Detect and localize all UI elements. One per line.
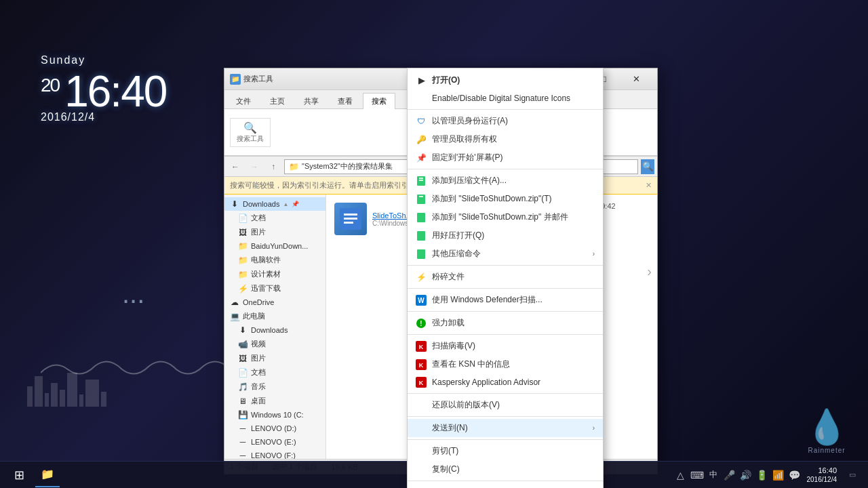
clock-hours-minutes: 16:40: [64, 66, 166, 117]
close-button[interactable]: ✕: [620, 70, 652, 89]
sidebar-item-software[interactable]: 📁 电脑软件: [224, 253, 326, 267]
sidebar-item-downloads-top[interactable]: ⬇ Downloads ▲ 📌: [224, 197, 326, 211]
menu-item-ksn-info[interactable]: K 查看在 KSN 中的信息: [408, 355, 603, 373]
tray-ime-icon[interactable]: 中: [707, 468, 720, 482]
tab-search[interactable]: 搜索: [363, 93, 395, 109]
svg-rect-3: [344, 222, 353, 224]
sidebar-item-design[interactable]: 📁 设计素材: [224, 267, 326, 281]
menu-item-other-compress[interactable]: 其他压缩命令 ›: [408, 245, 603, 263]
back-button[interactable]: ←: [227, 159, 243, 175]
images-icon: 🖼: [238, 354, 248, 363]
tab-view[interactable]: 查看: [329, 93, 361, 109]
show-desktop-button[interactable]: ▭: [842, 465, 863, 485]
menu-copy-label: 复制(C): [432, 464, 460, 475]
menu-item-defender[interactable]: W 使用 Windows Defender扫描...: [408, 291, 603, 309]
pictures-icon: 🖼: [238, 228, 248, 237]
tray-wifi-icon[interactable]: 📶: [772, 468, 785, 482]
svg-rect-1: [344, 214, 357, 216]
tray-notification-icon[interactable]: 💬: [788, 468, 802, 482]
tab-share[interactable]: 共享: [295, 93, 328, 109]
scroll-right-button[interactable]: ›: [647, 264, 652, 279]
sidebar-thunder-label: 迅雷下载: [251, 283, 281, 293]
tray-keyboard-icon[interactable]: ⌨: [690, 468, 704, 482]
sidebar-item-desktop[interactable]: 🖥 桌面: [224, 394, 326, 408]
up-button[interactable]: ↑: [265, 159, 281, 175]
sidebar-videos-label: 视频: [251, 339, 266, 349]
menu-separator-7: [408, 393, 603, 394]
menu-item-add-zip[interactable]: 添加到 "SlideToShutDown.zip"(T): [408, 190, 603, 208]
menu-item-send-to[interactable]: 发送到(N) ›: [408, 419, 603, 437]
menu-separator-6: [408, 334, 603, 335]
tab-file[interactable]: 文件: [227, 93, 260, 109]
sidebar-item-lenovo-f[interactable]: ─ LENOVO (F:): [224, 449, 326, 459]
run-admin-icon: 🛡: [416, 116, 427, 127]
menu-separator-1: [408, 109, 603, 110]
sidebar-item-pictures[interactable]: 🖼 图片: [224, 225, 326, 239]
sidebar-item-music[interactable]: 🎵 音乐: [224, 380, 326, 394]
taskbar-explorer-icon: 📁: [41, 468, 54, 481]
menu-item-create-shortcut[interactable]: 创建快捷方式(S): [408, 483, 603, 488]
taskbar-explorer[interactable]: 📁: [35, 463, 60, 487]
menu-item-digital-sig[interactable]: Enable/Disable Digital Signature Icons: [408, 89, 603, 107]
clock-tray[interactable]: 16:40 2016/12/4: [807, 466, 837, 484]
search-button[interactable]: 🔍: [641, 159, 654, 174]
other-compress-arrow: ›: [593, 250, 595, 258]
tray-volume-icon[interactable]: 🔊: [739, 468, 753, 482]
tray-date: 2016/12/4: [807, 475, 837, 484]
window-title: 搜索工具: [243, 74, 273, 84]
tab-home[interactable]: 主页: [261, 93, 294, 109]
menu-item-cut[interactable]: 剪切(T): [408, 442, 603, 460]
menu-item-add-zip-email[interactable]: 添加到 "SlideToShutDown.zip" 并邮件: [408, 208, 603, 226]
menu-item-kaspersky-advisor[interactable]: K Kaspersky Application Advisor: [408, 373, 603, 391]
sidebar-design-label: 设计素材: [251, 269, 281, 279]
menu-item-open[interactable]: ▶ 打开(O): [408, 71, 603, 89]
shred-icon: ⚡: [416, 272, 427, 283]
force-uninstall-icon: !: [416, 318, 427, 329]
sidebar-item-images[interactable]: 🖼 图片: [224, 351, 326, 365]
tray-icons: △ ⌨ 中 🎤 🔊 🔋 📶 💬: [674, 468, 802, 482]
svg-text:K: K: [419, 380, 424, 386]
docs-icon: 📄: [238, 368, 248, 378]
sidebar-item-windows[interactable]: 💾 Windows 10 (C:: [224, 408, 326, 422]
menu-item-force-uninstall[interactable]: ! 强力卸载: [408, 314, 603, 332]
sidebar-item-videos[interactable]: 📹 视频: [224, 337, 326, 351]
building-1: [27, 386, 33, 407]
music-icon: 🎵: [238, 382, 248, 392]
open-haozip-icon: [416, 230, 427, 241]
sidebar-item-thispc[interactable]: 💻 此电脑: [224, 309, 326, 323]
squiggly-decoration: [41, 352, 231, 380]
menu-item-pin-start[interactable]: 📌 固定到'开始'屏幕(P): [408, 148, 603, 167]
menu-pin-start-label: 固定到'开始'屏幕(P): [432, 152, 503, 163]
sidebar-item-thunder[interactable]: ⚡ 迅雷下载: [224, 281, 326, 296]
lenovo-d-icon: ─: [238, 424, 248, 433]
forward-button[interactable]: →: [246, 159, 262, 175]
sidebar-music-label: 音乐: [251, 382, 266, 392]
sidebar-item-documents[interactable]: 📄 文档: [224, 211, 326, 225]
sidebar-item-docs[interactable]: 📄 文档: [224, 365, 326, 380]
menu-scan-virus-label: 扫描病毒(V): [432, 340, 475, 352]
sidebar-item-downloads[interactable]: ⬇ Downloads: [224, 323, 326, 337]
sidebar-item-lenovo-e[interactable]: ─ LENOVO (E:): [224, 435, 326, 449]
clock-day: Sunday: [41, 54, 166, 66]
menu-item-shred[interactable]: ⚡ 粉碎文件: [408, 268, 603, 286]
menu-item-copy[interactable]: 复制(C): [408, 460, 603, 479]
start-button[interactable]: ⊞: [5, 463, 33, 487]
search-notice-text: 搜索可能较慢，因为索引引未运行。请单击启用索引引...: [230, 180, 415, 190]
tray-mic-icon[interactable]: 🎤: [723, 468, 736, 482]
menu-item-restore-version[interactable]: 还原以前的版本(V): [408, 396, 603, 414]
sidebar-item-lenovo-d[interactable]: ─ LENOVO (D:): [224, 422, 326, 435]
building-7: [79, 394, 83, 407]
menu-item-open-haozip[interactable]: 用好压打开(Q): [408, 226, 603, 245]
sidebar-item-onedrive[interactable]: ☁ OneDrive: [224, 296, 326, 309]
sidebar-software-label: 电脑软件: [251, 255, 281, 265]
menu-item-add-archive[interactable]: 添加到压缩文件(A)...: [408, 171, 603, 190]
sidebar-item-baiduyun[interactable]: 📁 BaiduYunDown...: [224, 239, 326, 253]
add-zip-icon: [416, 194, 427, 205]
notice-close-button[interactable]: ✕: [646, 181, 652, 190]
desktop-icon: 🖥: [238, 396, 248, 406]
menu-item-run-as-admin[interactable]: 🛡 以管理员身份运行(A): [408, 112, 603, 130]
tray-battery-icon[interactable]: 🔋: [755, 468, 769, 482]
menu-item-scan-virus[interactable]: K 扫描病毒(V): [408, 337, 603, 355]
menu-item-take-ownership[interactable]: 🔑 管理员取得所有权: [408, 130, 603, 148]
tray-network-icon[interactable]: △: [674, 468, 688, 482]
